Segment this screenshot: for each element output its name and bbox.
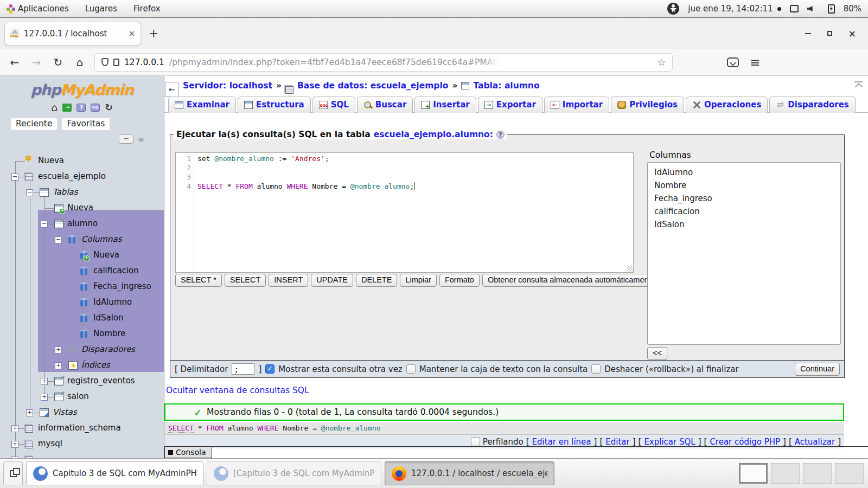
tree-item-new-table[interactable]: Nueva <box>0 201 164 216</box>
collapse-icon[interactable] <box>41 221 48 228</box>
expand-icon[interactable] <box>26 409 33 416</box>
continue-button[interactable]: Continuar <box>795 363 840 376</box>
tree-item-new-column[interactable]: Nueva <box>0 248 164 264</box>
tree-item-salon[interactable]: salon <box>0 389 164 405</box>
clear-button[interactable]: Limpiar <box>400 274 437 287</box>
explain-sql-link[interactable]: Explicar SQL <box>644 437 695 447</box>
url-bar[interactable]: 127.0.0.1 /phpmyadmin/index.php?token=4f… <box>94 53 673 72</box>
firefox-menu[interactable]: Firefox <box>133 4 161 14</box>
tab-importar[interactable]: Importar <box>544 97 609 113</box>
show-desktop-button[interactable] <box>3 461 23 485</box>
breadcrumb-database[interactable]: Base de datos: escuela_ejemplo <box>297 81 448 91</box>
tab-exportar[interactable]: Exportar <box>478 97 542 113</box>
column-option[interactable]: Nombre <box>648 179 840 192</box>
tree-item-escuela-ejemplo[interactable]: escuela_ejemplo <box>0 169 164 185</box>
update-button[interactable]: UPDATE <box>311 274 353 287</box>
tree-item-nombre[interactable]: Nombre <box>0 326 164 342</box>
new-tab-button[interactable]: + <box>149 27 158 40</box>
page-info-icon[interactable] <box>113 59 119 66</box>
battery-icon[interactable] <box>828 4 835 14</box>
collapse-icon[interactable] <box>11 174 18 181</box>
insert-button[interactable]: INSERT <box>269 274 308 287</box>
get-saved-query-button[interactable]: Obtener consulta almacenada automáticame… <box>482 274 661 287</box>
menu-hamburger-icon[interactable]: ≡ <box>750 55 760 69</box>
taskbar-window-1[interactable]: Capitulo 3 de SQL com MyAdminPH... <box>26 461 203 485</box>
collapse-icon[interactable] <box>55 236 62 243</box>
column-option[interactable]: IdAlumno <box>648 166 840 179</box>
speaker-icon[interactable] <box>807 6 813 11</box>
forward-icon[interactable]: → <box>29 56 43 69</box>
tree-item-vistas[interactable]: Vistas <box>0 405 164 421</box>
browser-tab[interactable]: 127.0.0.1 / localhost × <box>4 22 141 46</box>
bookmark-star-icon[interactable]: ☆ <box>658 57 666 68</box>
clock[interactable]: jue ene 19, 14:02:11 <box>688 4 773 14</box>
refresh-link[interactable]: Actualizar <box>795 437 835 447</box>
tab-operaciones[interactable]: Operaciones <box>686 97 768 113</box>
window-close-icon[interactable]: × <box>848 31 856 36</box>
places-menu[interactable]: Lugares <box>85 4 117 14</box>
tree-item-mysql[interactable]: mysql <box>0 436 164 452</box>
workspace-4[interactable] <box>835 463 864 484</box>
tab-sql[interactable]: SQL <box>312 97 355 113</box>
collapse-header-icon[interactable] <box>854 81 863 88</box>
tree-item-columnas[interactable]: Columnas <box>0 232 164 248</box>
sql-code-editor[interactable]: 1 2 3 4 set @nombre_alumno := 'Andres'; … <box>175 152 634 273</box>
inline-edit-link[interactable]: Editar en línea <box>532 437 591 447</box>
delimiter-input[interactable] <box>232 363 254 375</box>
accessibility-icon[interactable] <box>667 3 679 15</box>
collapse-icon[interactable] <box>26 189 33 196</box>
hide-sql-window-link[interactable]: Ocultar ventana de consultas SQL <box>166 386 309 395</box>
shield-icon[interactable] <box>101 58 108 66</box>
delete-button[interactable]: DELETE <box>356 274 397 287</box>
edit-link[interactable]: Editar <box>605 437 629 447</box>
nav-back-button[interactable]: ← <box>165 82 178 97</box>
tree-item-indices[interactable]: Índices <box>0 358 164 374</box>
select-button[interactable]: SELECT <box>225 274 266 287</box>
tree-item-calificacion[interactable]: calificacion <box>0 264 164 279</box>
pocket-icon[interactable] <box>727 57 739 67</box>
expand-icon[interactable] <box>11 441 18 448</box>
window-indicator-icon[interactable] <box>790 5 799 12</box>
tab-buscar[interactable]: Buscar <box>357 97 413 113</box>
tab-estructura[interactable]: Estructura <box>238 97 311 113</box>
tree-item-tablas[interactable]: Tablas <box>0 185 164 201</box>
expand-icon[interactable] <box>55 346 62 354</box>
workspace-3[interactable] <box>803 463 832 484</box>
tree-item-fecha-ingreso[interactable]: Fecha_ingreso <box>0 279 164 295</box>
taskbar-window-2[interactable]: [Capitulo 3 de SQL com MyAdminPH... <box>207 461 381 485</box>
profiling-checkbox[interactable] <box>471 437 480 446</box>
tree-item-registro-eventos[interactable]: registro_eventos <box>0 374 164 389</box>
column-option[interactable]: calificacion <box>648 205 840 218</box>
expand-icon[interactable] <box>55 362 62 369</box>
reload-icon[interactable]: ↻ <box>51 56 65 69</box>
column-option[interactable]: Fecha_ingreso <box>648 192 840 205</box>
tab-insertar[interactable]: Insertar <box>414 97 476 113</box>
home-icon[interactable]: ⌂ <box>73 56 87 69</box>
applications-menu[interactable]: Aplicaciones <box>7 4 69 14</box>
taskbar-window-3-active[interactable]: 127.0.0.1 / localhost / escuela_ejem... <box>385 461 554 485</box>
expand-icon[interactable] <box>41 394 48 401</box>
console-tab[interactable]: Consola <box>164 446 212 458</box>
help-icon[interactable]: ? <box>496 131 505 139</box>
window-maximize-icon[interactable] <box>827 31 832 36</box>
tree-item-idsalon[interactable]: IdSalon <box>0 311 164 326</box>
show-query-checkbox[interactable] <box>265 364 275 374</box>
expand-icon[interactable] <box>11 425 18 432</box>
workspace-1[interactable] <box>739 463 768 484</box>
window-minimize-icon[interactable] <box>805 33 811 34</box>
breadcrumb-table[interactable]: Tabla: alumno <box>473 81 539 91</box>
rollback-checkbox[interactable] <box>591 364 601 374</box>
retain-textbox-checkbox[interactable] <box>406 364 416 374</box>
select-star-button[interactable]: SELECT * <box>175 274 222 287</box>
tab-privilegios[interactable]: Privilegios <box>611 97 684 113</box>
columns-listbox[interactable]: IdAlumno Nombre Fecha_ingreso calificaci… <box>647 162 841 345</box>
tree-item-idalumno[interactable]: IdAlumno <box>0 295 164 311</box>
tree-item-information-schema[interactable]: information_schema <box>0 421 164 436</box>
tab-disparadores[interactable]: ⇄Disparadores <box>769 97 855 113</box>
tree-item-new-database[interactable]: * Nueva <box>0 153 164 169</box>
tree-item-clipped[interactable] <box>0 452 164 458</box>
insert-column-button[interactable]: << <box>647 347 667 360</box>
tree-item-disparadores[interactable]: ⇄ Disparadores <box>0 342 164 358</box>
create-php-code-link[interactable]: Crear código PHP <box>710 437 780 447</box>
tab-close-icon[interactable]: × <box>128 29 135 38</box>
